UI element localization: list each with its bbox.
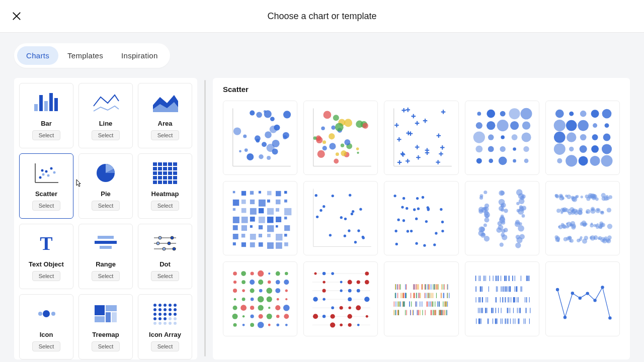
svg-point-394 xyxy=(521,195,525,199)
svg-point-328 xyxy=(401,206,404,209)
preview-scatter-1[interactable] xyxy=(223,101,297,175)
svg-rect-244 xyxy=(267,191,272,196)
select-button[interactable]: Select xyxy=(151,130,180,140)
svg-point-137 xyxy=(336,152,339,156)
svg-point-387 xyxy=(521,214,525,218)
chart-type-area[interactable]: Area Select xyxy=(138,83,192,148)
svg-rect-274 xyxy=(284,225,290,231)
svg-point-76 xyxy=(169,313,172,316)
svg-rect-259 xyxy=(276,208,279,212)
svg-point-914 xyxy=(578,297,581,300)
svg-point-47 xyxy=(158,236,162,239)
svg-point-515 xyxy=(233,272,237,276)
preview-scatter-8[interactable] xyxy=(384,181,458,255)
select-button[interactable]: Select xyxy=(151,201,180,211)
svg-point-327 xyxy=(395,243,398,245)
svg-rect-284 xyxy=(250,242,255,247)
svg-point-14 xyxy=(53,171,56,174)
svg-point-238 xyxy=(590,156,600,166)
tab-inspiration[interactable]: Inspiration xyxy=(112,46,167,65)
svg-point-234 xyxy=(602,144,612,154)
svg-point-199 xyxy=(522,121,530,129)
svg-point-356 xyxy=(504,209,508,213)
svg-point-307 xyxy=(344,235,346,237)
select-button[interactable]: Select xyxy=(151,341,180,351)
chart-type-range[interactable]: Range Select xyxy=(78,224,133,289)
select-button[interactable]: Select xyxy=(32,130,61,140)
svg-point-448 xyxy=(600,211,603,214)
select-button[interactable]: Select xyxy=(92,271,120,281)
chart-type-heatmap[interactable]: Heatmap Select xyxy=(138,153,192,219)
chart-type-panel: Bar Select Line Select Area Select Scatt… xyxy=(14,78,197,359)
select-button[interactable]: Select xyxy=(32,201,61,211)
preview-scatter-7[interactable] xyxy=(303,181,378,255)
svg-rect-263 xyxy=(250,217,255,222)
preview-scatter-6[interactable] xyxy=(223,181,297,255)
svg-point-524 xyxy=(250,280,255,285)
svg-point-72 xyxy=(174,308,177,311)
select-button[interactable]: Select xyxy=(92,130,120,140)
preview-scatter-9[interactable] xyxy=(465,181,539,255)
select-button[interactable]: Select xyxy=(32,341,61,351)
chart-type-pie[interactable]: Pie Select xyxy=(78,153,133,219)
svg-point-127 xyxy=(333,115,339,121)
svg-rect-276 xyxy=(242,234,246,238)
treemap-icon xyxy=(91,300,121,328)
preview-scatter-3[interactable] xyxy=(384,101,458,175)
tab-templates[interactable]: Templates xyxy=(58,46,112,65)
svg-point-535 xyxy=(285,290,288,292)
svg-point-142 xyxy=(335,123,344,131)
chart-type-text[interactable]: T Text Object Select xyxy=(19,224,73,289)
chart-type-icon[interactable]: Icon Select xyxy=(19,294,73,359)
svg-point-73 xyxy=(153,313,156,316)
svg-rect-22 xyxy=(153,167,157,170)
svg-point-599 xyxy=(348,323,352,327)
preview-scatter-4[interactable] xyxy=(465,101,539,175)
svg-point-63 xyxy=(153,304,156,307)
preview-scatter-12[interactable] xyxy=(303,261,378,336)
preview-scatter-2[interactable] xyxy=(303,101,378,175)
preview-scatter-14[interactable] xyxy=(465,261,539,336)
svg-rect-278 xyxy=(259,234,262,237)
svg-point-217 xyxy=(580,111,587,117)
chart-type-dot[interactable]: Dot Select xyxy=(138,224,192,289)
svg-point-109 xyxy=(283,132,289,139)
svg-point-484 xyxy=(585,223,587,226)
preview-scatter-10[interactable] xyxy=(545,181,620,255)
svg-point-294 xyxy=(348,230,350,232)
select-button[interactable]: Select xyxy=(151,271,180,281)
preview-scatter-5[interactable] xyxy=(545,101,620,175)
select-button[interactable]: Select xyxy=(92,341,120,351)
svg-point-498 xyxy=(577,239,580,242)
svg-point-337 xyxy=(484,218,489,223)
select-button[interactable]: Select xyxy=(32,271,61,281)
preview-scatter-13[interactable] xyxy=(384,261,458,336)
svg-point-346 xyxy=(484,191,487,194)
preview-scatter-11[interactable] xyxy=(223,261,297,336)
svg-point-112 xyxy=(264,110,272,118)
svg-point-228 xyxy=(592,134,598,140)
tab-charts[interactable]: Charts xyxy=(17,46,58,65)
svg-point-916 xyxy=(593,299,596,302)
svg-point-579 xyxy=(365,280,369,285)
svg-point-534 xyxy=(275,289,280,294)
close-icon xyxy=(12,11,22,21)
svg-point-352 xyxy=(483,207,487,210)
svg-point-314 xyxy=(406,207,408,210)
svg-point-572 xyxy=(323,272,326,276)
svg-point-55 xyxy=(38,312,42,316)
svg-point-373 xyxy=(501,208,505,212)
close-button[interactable] xyxy=(9,9,24,24)
svg-rect-270 xyxy=(250,225,253,228)
chart-type-line[interactable]: Line Select xyxy=(78,83,133,148)
preview-scatter-15[interactable] xyxy=(545,261,620,336)
svg-point-527 xyxy=(276,280,280,285)
svg-point-380 xyxy=(519,234,525,240)
chart-type-iconarray[interactable]: Icon Array Select xyxy=(138,294,192,359)
svg-rect-287 xyxy=(276,242,282,249)
chart-type-treemap[interactable]: Treemap Select xyxy=(78,294,133,359)
select-button[interactable]: Select xyxy=(92,201,120,211)
chart-type-scatter[interactable]: Scatter Select xyxy=(19,153,73,219)
chart-type-bar[interactable]: Bar Select xyxy=(19,83,73,148)
svg-point-129 xyxy=(316,137,323,143)
